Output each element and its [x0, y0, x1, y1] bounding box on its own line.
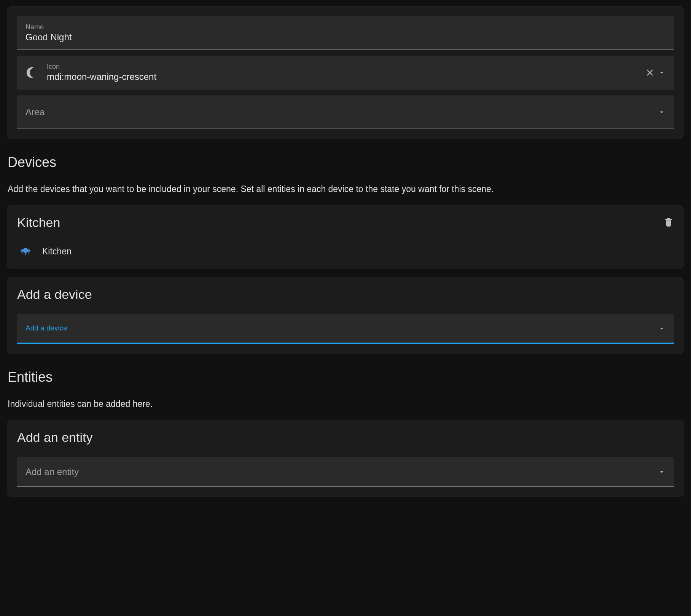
dropdown-icon[interactable]	[658, 69, 666, 76]
devices-heading: Devices	[8, 154, 684, 170]
icon-field[interactable]: Icon mdi:moon-waning-crescent	[17, 56, 674, 89]
scene-config-card: Name Good Night Icon mdi:moon-waning-cre…	[7, 6, 684, 139]
moon-waning-crescent-icon	[25, 66, 38, 79]
svg-point-0	[23, 248, 28, 253]
add-entity-card: Add an entity Add an entity	[7, 420, 684, 497]
svg-rect-5	[28, 253, 29, 254]
device-card-title: Kitchen	[17, 215, 60, 230]
svg-point-2	[27, 249, 30, 252]
device-card-kitchen: Kitchen Kitchen	[7, 205, 684, 269]
name-label: Name	[25, 23, 666, 31]
entities-heading: Entities	[8, 369, 684, 385]
area-label: Area	[25, 107, 658, 117]
delete-device-button[interactable]	[663, 217, 674, 229]
dropdown-icon[interactable]	[658, 468, 666, 476]
svg-rect-4	[22, 253, 23, 254]
add-device-label: Add a device	[25, 324, 658, 332]
icon-value: mdi:moon-waning-crescent	[47, 71, 645, 82]
dropdown-icon[interactable]	[658, 325, 666, 332]
icon-label: Icon	[47, 63, 645, 71]
name-value: Good Night	[25, 32, 666, 43]
svg-rect-3	[25, 253, 26, 255]
add-device-card: Add a device Add a device	[7, 277, 684, 354]
devices-description: Add the devices that you want to be incl…	[8, 184, 684, 194]
clear-icon-button[interactable]	[645, 68, 655, 78]
svg-point-1	[21, 249, 24, 252]
add-device-title: Add a device	[17, 287, 674, 302]
device-entity-name: Kitchen	[42, 246, 72, 257]
add-device-field[interactable]: Add a device	[17, 314, 674, 344]
add-entity-placeholder: Add an entity	[25, 467, 658, 477]
device-entity-row[interactable]: Kitchen	[17, 244, 674, 259]
add-entity-title: Add an entity	[17, 430, 674, 445]
name-field[interactable]: Name Good Night	[17, 16, 674, 50]
light-group-icon	[19, 245, 32, 257]
dropdown-icon[interactable]	[658, 108, 666, 116]
area-field[interactable]: Area	[17, 95, 674, 129]
entities-description: Individual entities can be added here.	[8, 399, 684, 409]
add-entity-field[interactable]: Add an entity	[17, 457, 674, 487]
